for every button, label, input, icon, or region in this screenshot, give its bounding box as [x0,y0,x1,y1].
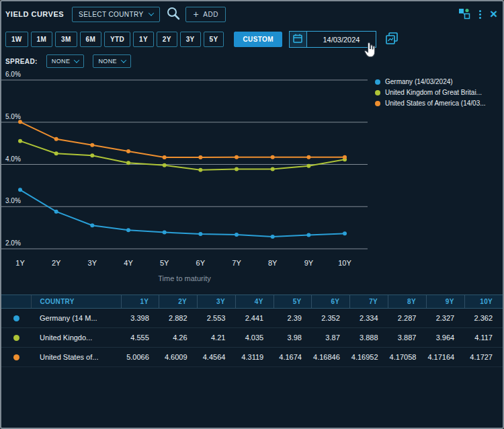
y-axis-tick-label: 4.0% [5,155,21,163]
legend-marker [375,101,380,106]
x-axis-tick-label: 6Y [196,259,206,267]
legend-item-germany[interactable]: Germany (14/03/2024) [375,78,486,85]
table-row-united-kingdom[interactable]: United Kingdo... 4.555 4.26 4.21 4.035 3… [1,328,503,348]
range-button-1y[interactable]: 1Y [133,32,154,47]
custom-range-button[interactable]: CUSTOM [234,32,282,47]
range-button-1w[interactable]: 1W [5,32,28,47]
y-axis-tick-label: 5.0% [5,113,21,120]
menu-button[interactable] [479,10,481,19]
value-cell: 2.882 [159,309,198,328]
add-button-label: ADD [203,11,218,18]
data-point[interactable] [163,163,167,167]
data-point[interactable] [90,153,94,157]
table-row-united-states[interactable]: United States of... 5.0066 4.6009 4.4564… [1,348,503,367]
data-point[interactable] [163,231,167,235]
data-point[interactable] [198,232,202,236]
country-name-cell: Germany (14 M... [31,309,121,328]
linked-charts-button[interactable] [458,7,470,22]
data-point[interactable] [54,137,58,141]
column-header-2y[interactable]: 2Y [159,295,198,309]
data-point[interactable] [343,155,347,159]
column-header-10y[interactable]: 10Y [464,295,503,309]
chevron-down-icon [74,57,79,63]
series-line[interactable] [20,141,345,170]
column-header-7y[interactable]: 7Y [350,295,388,309]
x-axis-tick-label: 10Y [338,259,351,267]
data-point[interactable] [235,167,239,171]
column-header-3y[interactable]: 3Y [198,295,236,309]
data-point[interactable] [306,155,310,159]
yield-curve-chart[interactable]: 6.0%5.0%4.0%3.0%2.0%1Y2Y3Y4Y5Y6Y7Y8Y9Y10… [1,69,368,270]
data-point[interactable] [18,139,22,143]
column-header-5y[interactable]: 5Y [274,295,312,309]
calendar-button[interactable] [290,32,307,47]
table-row-germany[interactable]: Germany (14 M... 3.398 2.882 2.553 2.441… [1,309,503,328]
close-button[interactable]: × [490,9,497,19]
x-axis-tick-label: 2Y [52,259,61,267]
data-point[interactable] [271,235,275,239]
data-point[interactable] [90,223,94,227]
value-cell: 4.1674 [274,348,312,367]
data-point[interactable] [126,149,130,153]
series-line[interactable] [20,122,345,157]
value-cell: 4.4564 [198,348,236,367]
range-button-2y[interactable]: 2Y [157,32,177,47]
close-icon: × [490,9,497,19]
data-point[interactable] [54,151,58,155]
value-cell: 4.555 [121,328,159,348]
country-column-header[interactable]: COUNTRY [31,295,121,309]
legend-item-united-kingdom[interactable]: United Kingdom of Great Britai... [375,89,486,96]
spread-dropdown-2-value: NONE [98,58,117,65]
range-button-3m[interactable]: 3M [55,32,77,47]
column-header-9y[interactable]: 9Y [426,295,464,309]
date-picker-group[interactable]: 14/03/2024 [289,31,376,48]
data-point[interactable] [18,120,22,124]
series-line[interactable] [20,190,345,237]
select-country-dropdown[interactable]: SELECT COUNTRY [72,7,160,22]
column-header-4y[interactable]: 4Y [235,295,274,309]
spread-dropdown-1[interactable]: NONE [46,54,85,68]
x-axis-tick-label: 3Y [88,259,97,267]
data-point[interactable] [54,210,58,214]
range-bar: 1W 1M 3M 6M YTD 1Y 2Y 3Y 5Y CUSTOM 14/03… [5,31,398,48]
data-point[interactable] [306,233,310,237]
yield-curves-panel: YIELD CURVES SELECT COUNTRY + ADD [0,0,504,429]
data-point[interactable] [343,231,347,235]
range-button-6m[interactable]: 6M [80,32,102,47]
column-header-8y[interactable]: 8Y [388,295,427,309]
value-cell: 2.352 [312,309,350,328]
spread-dropdown-2[interactable]: NONE [93,54,131,68]
data-point[interactable] [235,233,239,237]
data-point[interactable] [198,168,202,172]
data-point[interactable] [235,155,239,159]
column-header-6y[interactable]: 6Y [312,295,350,309]
data-point[interactable] [18,188,22,192]
data-point[interactable] [126,161,130,165]
legend-item-united-states[interactable]: United States of America (14/03... [375,100,486,107]
legend-label: Germany (14/03/2024) [385,78,453,85]
x-axis-tick-label: 5Y [160,259,169,267]
data-point[interactable] [271,155,275,159]
data-point[interactable] [90,143,94,147]
date-input[interactable]: 14/03/2024 [307,32,376,47]
topbar-right-icons: × [458,7,497,22]
range-button-1m[interactable]: 1M [31,32,53,47]
search-button[interactable] [166,6,181,23]
data-point[interactable] [163,155,167,159]
range-button-3y[interactable]: 3Y [180,32,201,47]
data-point[interactable] [198,155,202,159]
copy-chart-button[interactable] [385,32,398,47]
value-cell: 4.26 [159,328,198,348]
value-cell: 5.0066 [121,348,159,367]
data-point[interactable] [271,167,275,171]
value-cell: 2.39 [274,309,312,328]
x-axis-tick-label: 7Y [232,259,241,267]
column-header-1y[interactable]: 1Y [121,295,159,309]
range-button-ytd[interactable]: YTD [104,32,130,47]
x-axis-title: Time to maturity [1,274,368,282]
data-point[interactable] [306,164,310,168]
add-button[interactable]: + ADD [185,7,226,22]
legend-marker [375,90,380,95]
range-button-5y[interactable]: 5Y [204,32,224,47]
data-point[interactable] [126,228,130,232]
